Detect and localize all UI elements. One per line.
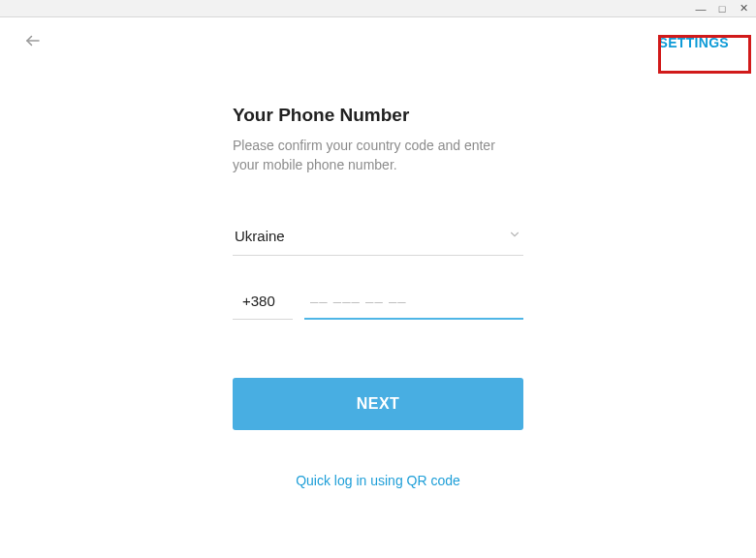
qr-login-link[interactable]: Quick log in using QR code — [233, 473, 523, 488]
page-title: Your Phone Number — [233, 105, 523, 126]
window-titlebar: — □ ✕ — [0, 0, 756, 17]
window-close-button[interactable]: ✕ — [737, 2, 750, 16]
page-subtitle: Please confirm your country code and ent… — [233, 136, 523, 175]
chevron-down-icon — [508, 228, 521, 245]
back-button[interactable] — [19, 29, 47, 56]
arrow-left-icon — [24, 32, 42, 53]
next-button[interactable]: NEXT — [233, 378, 523, 430]
country-selected-label: Ukraine — [235, 228, 285, 244]
window-minimize-button[interactable]: — — [694, 2, 708, 16]
country-code-input[interactable] — [233, 287, 293, 320]
top-bar: SETTINGS — [0, 17, 756, 68]
login-form: Your Phone Number Please confirm your co… — [233, 105, 523, 488]
phone-row — [233, 287, 523, 320]
country-select[interactable]: Ukraine — [233, 222, 523, 256]
settings-button[interactable]: SETTINGS — [646, 27, 742, 58]
phone-number-input[interactable] — [304, 287, 523, 320]
window-maximize-button[interactable]: □ — [715, 2, 729, 16]
